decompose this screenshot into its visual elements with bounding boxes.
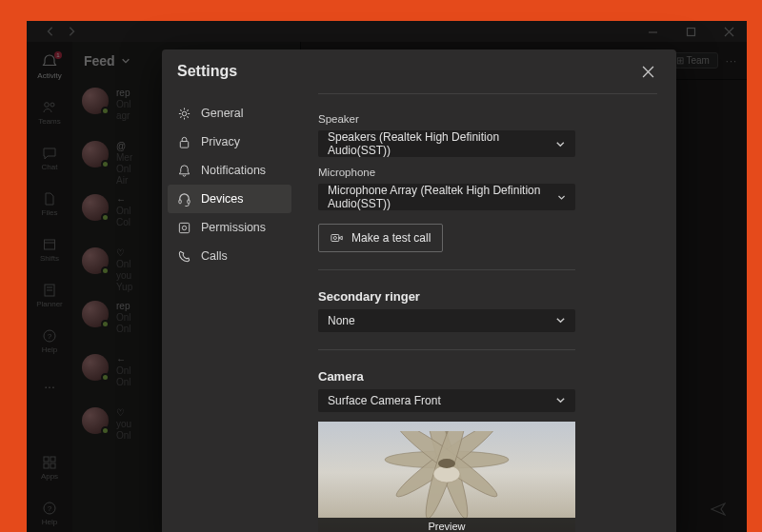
svg-point-22 [182,226,186,229]
speaker-dropdown[interactable]: Speakers (Realtek High Definition Audio(… [318,130,575,157]
settings-nav-label: Devices [201,192,243,206]
svg-point-17 [182,111,187,116]
svg-point-24 [333,236,336,239]
settings-nav-label: Privacy [201,135,240,148]
microphone-dropdown[interactable]: Microphone Array (Realtek High Definitio… [318,184,575,210]
camera-dropdown[interactable]: Surface Camera Front [318,389,575,412]
settings-nav-label: Notifications [201,164,266,177]
settings-nav: GeneralPrivacyNotificationsDevicesPermis… [162,93,297,532]
chevron-down-icon [555,315,566,325]
svg-rect-21 [179,223,189,232]
settings-header: Settings [162,49,676,93]
settings-nav-permissions[interactable]: Permissions [168,213,291,242]
svg-rect-19 [179,199,181,203]
settings-title: Settings [177,63,237,80]
gear-icon [177,107,191,121]
camera-label: Camera [318,369,657,384]
chevron-down-icon [555,139,566,149]
settings-close-button[interactable] [634,58,661,85]
speaker-value: Speakers (Realtek High Definition Audio(… [328,130,555,157]
settings-nav-label: Calls [201,249,228,263]
test-call-label: Make a test call [351,231,431,245]
secondary-ringer-dropdown[interactable]: None [318,309,575,332]
secondary-ringer-label: Secondary ringer [318,289,657,304]
secondary-ringer-value: None [328,314,355,327]
settings-nav-general[interactable]: General [168,99,291,128]
preview-caption: Preview [318,518,575,532]
teams-window: 1 Activity Teams Chat Files Shifts [27,21,747,532]
video-call-icon [331,231,344,245]
close-icon [642,66,654,78]
settings-content: Speaker Speakers (Realtek High Definitio… [297,93,676,532]
svg-point-33 [438,459,455,468]
svg-rect-20 [188,199,190,203]
settings-nav-label: General [201,107,243,120]
microphone-value: Microphone Array (Realtek High Definitio… [328,184,557,210]
settings-dialog: Settings GeneralPrivacyNotificationsDevi… [162,49,676,532]
settings-nav-devices[interactable]: Devices [168,185,291,213]
speaker-label: Speaker [318,113,657,125]
divider [318,269,575,270]
divider [318,93,657,94]
settings-nav-calls[interactable]: Calls [168,242,291,270]
chevron-down-icon [555,395,566,405]
camera-preview: Preview [318,422,575,532]
settings-nav-privacy[interactable]: Privacy [168,128,291,156]
settings-nav-notifications[interactable]: Notifications [168,156,291,185]
headset-icon [177,192,191,207]
bell-icon [177,164,191,178]
lock-icon [177,135,191,149]
shield-icon [177,221,191,235]
chevron-down-icon [557,192,566,203]
microphone-label: Microphone [318,167,657,178]
divider [318,349,575,350]
make-test-call-button[interactable]: Make a test call [318,224,443,252]
camera-value: Surface Camera Front [328,394,441,407]
phone-icon [177,249,191,264]
svg-rect-18 [180,141,188,148]
svg-rect-23 [331,235,339,242]
settings-nav-label: Permissions [201,221,266,234]
